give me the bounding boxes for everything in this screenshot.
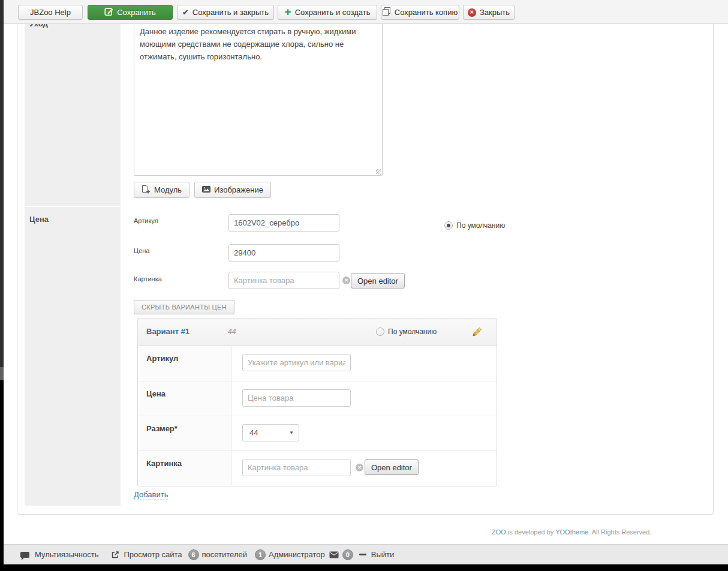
save-and-new-button[interactable]: Сохранить и создать	[278, 5, 377, 20]
save-and-close-label: Сохранить и закрыть	[192, 8, 269, 17]
variant-default-radio-group[interactable]: По умолчанию	[376, 327, 437, 336]
footer-credit-text-mid: is developed by	[506, 528, 555, 536]
visitors-label: посетителей	[202, 550, 247, 559]
edit-icon	[104, 7, 113, 18]
close-label: Закрыть	[480, 8, 510, 17]
default-radio-label: По умолчанию	[456, 221, 505, 230]
open-editor-label: Open editor	[357, 277, 398, 286]
variant-row-price: Цена	[138, 381, 497, 416]
variant-sku-label: Артикул	[138, 346, 232, 381]
logout-item[interactable]: Выйти	[359, 550, 395, 559]
add-variant-link[interactable]: Добавить	[134, 490, 168, 500]
item-edit-form: Уход Данное изделие рекомендуется стират…	[17, 24, 714, 515]
variant-title: Вариант #1	[146, 327, 189, 336]
zoo-link[interactable]: ZOO	[492, 528, 506, 536]
module-icon	[142, 185, 151, 196]
footer-credit: ZOO is developed by YOOtheme. All Rights…	[492, 528, 651, 536]
envelope-icon[interactable]	[329, 551, 339, 558]
care-textarea-wrap: Данное изделие рекомендуется стирать в р…	[134, 24, 383, 176]
close-circle-icon	[468, 8, 476, 17]
save-and-new-label: Сохранить и создать	[295, 8, 371, 17]
window-left-edge	[0, 0, 4, 571]
variant-size-label: Размер*	[138, 416, 232, 450]
view-site-item[interactable]: Просмотр сайта	[111, 550, 182, 559]
copy-icon	[383, 7, 391, 17]
price-label: Цена	[134, 247, 149, 254]
variant-default-radio[interactable]	[376, 327, 384, 336]
variant-price-field	[232, 381, 497, 416]
price-input[interactable]	[228, 244, 339, 262]
variant-row-sku: Артикул	[138, 346, 497, 381]
multilanguage-item[interactable]: Мультиязычность	[20, 550, 99, 559]
external-link-icon	[111, 551, 119, 559]
variant-clear-image-icon[interactable]	[356, 464, 363, 471]
image-input[interactable]	[228, 272, 339, 289]
save-label: Сохранить	[117, 8, 156, 17]
image-button[interactable]: Изображение	[194, 182, 271, 198]
view-site-label: Просмотр сайта	[124, 550, 182, 559]
variant-meta-size: 44	[228, 327, 236, 336]
edit-pencil-icon[interactable]	[471, 326, 483, 338]
variant-image-field: Open editor	[232, 451, 497, 485]
clear-image-icon[interactable]	[342, 277, 350, 284]
left-edge-dark-segment	[0, 380, 4, 571]
window-bottom-edge	[0, 564, 728, 571]
admin-screen: JBZoo Help Сохранить Сохранить и закрыть…	[0, 0, 728, 571]
admin-status-bar: Мультиязычность Просмотр сайта 6 посетит…	[0, 544, 728, 564]
footer-credit-text-end: . All Rights Reserved.	[588, 528, 651, 536]
image-label: Картинка	[134, 275, 162, 283]
variant-header[interactable]: Вариант #1 44 По умолчанию	[138, 318, 497, 346]
yootheme-link[interactable]: YOOtheme	[555, 528, 588, 536]
picture-icon	[202, 185, 210, 194]
variant-image-label: Картинка	[138, 451, 232, 485]
variant-price-label: Цена	[138, 381, 232, 416]
save-copy-label: Сохранить копию	[395, 8, 458, 17]
default-radio-selected[interactable]	[444, 221, 453, 230]
variant-sku-input[interactable]	[242, 354, 351, 371]
price-variant-panel: Вариант #1 44 По умолчанию Артикул	[137, 318, 497, 486]
default-variant-radio-group[interactable]: По умолчанию	[444, 221, 505, 230]
variant-row-image: Картинка Open editor	[138, 450, 497, 485]
admins-label: Администратор	[269, 550, 325, 559]
toggle-price-variants-label: СКРЫТЬ ВАРИАНТЫ ЦЕН	[142, 303, 227, 311]
module-label: Модуль	[154, 185, 182, 194]
visitors-count-badge: 6	[188, 549, 199, 560]
admins-count-badge: 1	[255, 549, 266, 560]
image-button-label: Изображение	[214, 185, 263, 194]
care-row-label: Уход	[29, 24, 48, 28]
comment-icon	[20, 552, 29, 558]
jbzoo-help-button[interactable]: JBZoo Help	[18, 5, 83, 20]
close-button[interactable]: Закрыть	[463, 5, 515, 20]
price-row-header-cell: Цена	[25, 207, 121, 506]
plus-icon	[285, 8, 291, 17]
logout-label: Выйти	[371, 550, 395, 559]
care-textarea[interactable]: Данное изделие рекомендуется стирать в р…	[134, 24, 383, 176]
size-select-value: 44	[249, 428, 258, 437]
save-copy-button[interactable]: Сохранить копию	[381, 5, 459, 20]
price-row-label: Цена	[29, 215, 49, 224]
textarea-resize-grip[interactable]	[376, 169, 381, 175]
sku-input[interactable]	[228, 214, 339, 232]
variant-size-field: 44	[232, 416, 497, 450]
variant-sku-field	[232, 346, 497, 381]
variant-default-radio-label: По умолчанию	[388, 327, 437, 336]
messages-count-badge: 0	[342, 549, 353, 560]
toggle-price-variants-button[interactable]: СКРЫТЬ ВАРИАНТЫ ЦЕН	[134, 300, 234, 314]
left-edge-scrollbar-thumb[interactable]	[0, 367, 4, 380]
variant-open-editor-label: Open editor	[371, 463, 412, 472]
save-and-close-button[interactable]: Сохранить и закрыть	[177, 5, 274, 20]
logout-dash-icon	[359, 554, 366, 555]
check-icon	[182, 8, 189, 17]
care-row-header-cell: Уход	[25, 24, 121, 206]
variant-open-editor-button[interactable]: Open editor	[365, 459, 419, 475]
sku-label: Артикул	[134, 217, 158, 224]
size-select[interactable]: 44	[242, 424, 299, 441]
variant-price-input[interactable]	[242, 389, 351, 407]
toolbar: JBZoo Help Сохранить Сохранить и закрыть…	[4, 0, 728, 24]
open-editor-button[interactable]: Open editor	[351, 273, 405, 288]
module-button[interactable]: Модуль	[134, 182, 189, 198]
save-button[interactable]: Сохранить	[88, 5, 173, 20]
variant-image-input[interactable]	[242, 459, 351, 476]
variant-row-size: Размер* 44	[138, 416, 497, 450]
jbzoo-help-label: JBZoo Help	[30, 8, 71, 17]
